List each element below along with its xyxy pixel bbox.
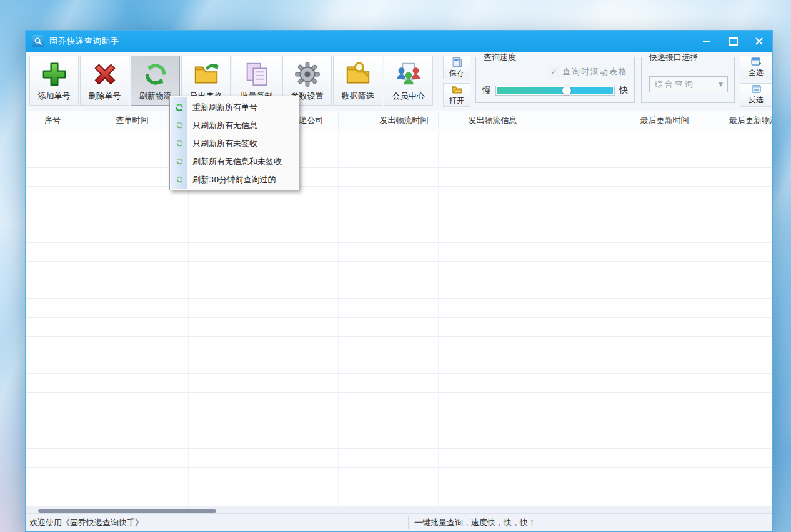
courier-interface-select[interactable]: 综合查询 ▼ [649, 76, 728, 92]
toolbar-button-label: 删除单号 [89, 91, 121, 102]
save-button-label: 保存 [449, 68, 464, 79]
copy-pages-icon [242, 60, 271, 89]
refresh-icon [171, 175, 187, 184]
members-icon [394, 60, 423, 89]
query-speed-panel: 查询速度 ✓ 查询时滚动表格 慢 快 [475, 57, 635, 103]
scroll-table-checkbox-label: 查询时滚动表格 [562, 66, 628, 77]
open-folder-icon [452, 84, 462, 95]
app-window: 固乔快递查询助手 添加单号 删除单号 [25, 30, 773, 532]
add-plus-icon [40, 60, 69, 89]
refresh-dropdown-menu: 重新刷新所有单号 只刷新所有无信息 [169, 96, 299, 190]
query-speed-title: 查询速度 [481, 52, 519, 63]
title-bar[interactable]: 固乔快递查询助手 [26, 31, 772, 52]
open-button[interactable]: 打开 [443, 83, 470, 107]
refresh-icon [141, 60, 170, 89]
toolbar: 添加单号 删除单号 刷新物流 导出 [26, 52, 772, 111]
refresh-icon [171, 139, 187, 147]
menu-item-label: 只刷新所有无信息 [192, 120, 257, 131]
minimize-icon [703, 41, 710, 42]
toolbar-button-label: 刷新物流 [139, 91, 172, 102]
courier-interface-selected-value: 综合查询 [650, 79, 719, 90]
column-header-first-logistics-time[interactable]: 发出物流时间 [352, 111, 455, 131]
column-header-first-logistics-info[interactable]: 发出物流信息 [441, 111, 544, 131]
speed-slider-thumb[interactable] [562, 86, 571, 95]
export-folder-icon [192, 60, 221, 89]
table-header: 序号 查单时间 快递公司 发出物流时间 发出物流信息 最后更新时间 最后更新物流 [26, 111, 772, 131]
status-welcome-text: 欢迎使用《固乔快递查询快手》 [29, 517, 143, 528]
menu-item-refresh-queried-30min-ago[interactable]: 刷新30分钟前查询过的 [171, 170, 297, 189]
refresh-icon [171, 121, 187, 129]
invert-selection-button[interactable]: 反选 [740, 83, 772, 107]
column-header-last-update-time[interactable]: 最后更新时间 [613, 111, 716, 131]
select-all-label: 全选 [749, 67, 764, 78]
column-separator [710, 113, 710, 128]
invert-selection-label: 反选 [749, 95, 764, 106]
tracking-table-body[interactable] [26, 131, 772, 506]
app-logo-icon [32, 35, 44, 47]
speed-slider-fill [497, 87, 613, 94]
column-gridline [610, 131, 610, 506]
menu-item-label: 刷新所有无信息和未签收 [192, 156, 282, 167]
status-bar: 欢迎使用《固乔快递查询快手》 一键批量查询，速度快，快，快！ [26, 513, 772, 531]
close-button[interactable] [746, 31, 772, 52]
horizontal-scrollbar-thumb[interactable] [38, 509, 216, 513]
maximize-button[interactable] [720, 31, 746, 52]
invert-selection-icon [751, 85, 762, 94]
member-center-button[interactable]: 会员中心 [384, 56, 433, 106]
column-gridline [438, 131, 439, 506]
fast-label: 快 [619, 85, 628, 96]
column-separator [438, 113, 439, 128]
column-separator [338, 113, 339, 128]
column-header-last-update-info[interactable]: 最后更新物流 [719, 111, 772, 131]
column-gridline [710, 131, 710, 506]
courier-interface-panel: 快递接口选择 综合查询 ▼ [641, 57, 735, 103]
menu-item-label: 刷新30分钟前查询过的 [192, 174, 276, 185]
column-header-index[interactable]: 序号 [37, 111, 68, 131]
column-gridline [338, 131, 339, 506]
close-icon [755, 37, 763, 45]
delete-x-icon [91, 60, 119, 89]
menu-item-refresh-no-info-and-unsigned[interactable]: 刷新所有无信息和未签收 [171, 152, 297, 170]
speed-slider[interactable] [495, 86, 615, 96]
menu-item-label: 只刷新所有未签收 [192, 138, 257, 149]
save-button[interactable]: 保存 [443, 56, 470, 79]
delete-tracking-button[interactable]: 删除单号 [80, 56, 129, 106]
scroll-table-checkbox-row[interactable]: ✓ 查询时滚动表格 [549, 66, 628, 77]
gear-icon [293, 60, 322, 89]
window-title: 固乔快递查询助手 [49, 36, 119, 47]
data-filter-icon [344, 60, 372, 89]
status-bar-divider [408, 516, 409, 529]
select-all-icon [751, 57, 762, 67]
save-file-icon [452, 57, 462, 67]
refresh-icon [171, 157, 187, 165]
refresh-icon [171, 102, 187, 112]
menu-item-refresh-all[interactable]: 重新刷新所有单号 [171, 98, 297, 116]
toolbar-button-label: 添加单号 [38, 91, 71, 102]
toolbar-button-label: 会员中心 [392, 91, 425, 102]
menu-item-refresh-no-info[interactable]: 只刷新所有无信息 [171, 116, 297, 134]
column-separator [610, 113, 610, 128]
menu-item-label: 重新刷新所有单号 [192, 102, 257, 113]
scroll-table-checkbox[interactable]: ✓ [549, 67, 559, 77]
minimize-button[interactable] [694, 31, 720, 52]
data-filter-button[interactable]: 数据筛选 [333, 56, 382, 106]
column-header-query-time[interactable]: 查单时间 [99, 111, 165, 131]
courier-interface-title: 快递接口选择 [647, 52, 700, 63]
select-all-button[interactable]: 全选 [740, 56, 772, 79]
menu-item-refresh-unsigned[interactable]: 只刷新所有未签收 [171, 134, 297, 152]
column-separator [76, 113, 76, 128]
maximize-icon [729, 37, 738, 46]
toolbar-button-label: 数据筛选 [342, 91, 374, 102]
open-button-label: 打开 [449, 96, 464, 106]
status-slogan-text: 一键批量查询，速度快，快，快！ [414, 517, 536, 528]
slow-label: 慢 [482, 85, 491, 96]
column-gridline [76, 131, 76, 506]
checkbox-check-icon: ✓ [550, 67, 557, 76]
add-tracking-button[interactable]: 添加单号 [29, 56, 79, 106]
chevron-down-icon: ▼ [719, 81, 723, 87]
